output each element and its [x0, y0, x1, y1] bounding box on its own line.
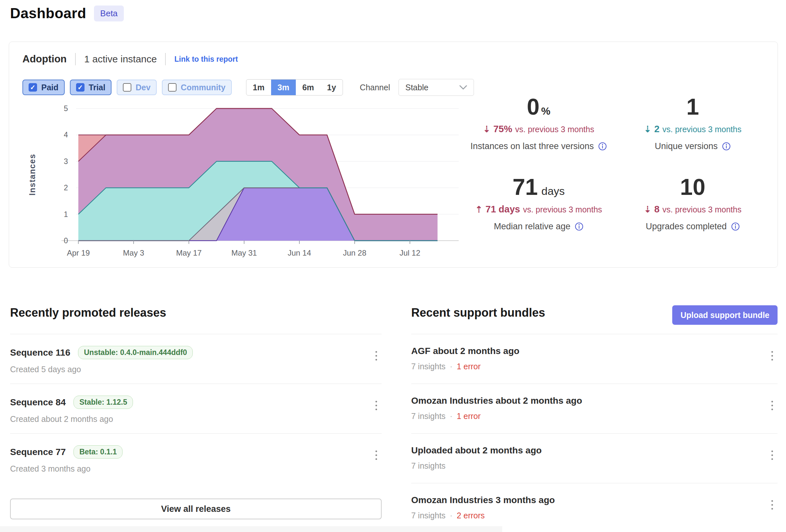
- stat-number: 10: [680, 175, 706, 200]
- stat-label: Upgrades completed: [646, 221, 740, 232]
- checkbox-unchecked-icon: [123, 83, 131, 92]
- release-created: Created about 2 months ago: [10, 414, 382, 424]
- stat-delta: ⇣75%vs. previous 3 months: [483, 124, 594, 135]
- info-icon[interactable]: [731, 222, 740, 231]
- releases-section: Recently promoted releases Sequence 116U…: [10, 305, 382, 519]
- kebab-menu-icon[interactable]: [769, 498, 775, 511]
- range-6m[interactable]: 6m: [296, 79, 321, 95]
- page-title: Dashboard: [10, 5, 86, 21]
- x-tick-label: Jul 12: [399, 248, 420, 257]
- bundle-meta: 7 insights·2 errors: [411, 511, 778, 520]
- y-tick-label: 1: [64, 210, 68, 219]
- stat-unit: days: [541, 185, 565, 197]
- stat-unique-versions: 1⇣2vs. previous 3 monthsUnique versions: [616, 95, 770, 151]
- bundle-list: AGF about 2 months ago7 insights·1 error…: [411, 334, 778, 532]
- bundle-errors: 2 errors: [457, 511, 485, 520]
- license-filter-group: ✓Paid✓TrialDevCommunity: [22, 79, 232, 95]
- bundle-row: Omozan Industries about 2 months ago7 in…: [411, 384, 778, 434]
- release-row: Sequence 77Beta: 0.1.1Created 3 months a…: [10, 434, 382, 483]
- page-header: Dashboard Beta: [10, 5, 124, 21]
- stat-label-text: Median relative age: [494, 221, 571, 232]
- info-icon[interactable]: [598, 142, 607, 151]
- time-range-toggle: 1m3m6m1y: [246, 79, 343, 96]
- release-created: Created 3 months ago: [10, 464, 382, 474]
- active-instance-count: 1 active instance: [84, 54, 157, 65]
- bundle-insights: 7 insights: [411, 411, 446, 421]
- release-version-badge: Stable: 1.12.5: [73, 395, 133, 409]
- checkbox-checked-icon: ✓: [29, 83, 37, 92]
- upload-support-bundle-button[interactable]: Upload support bundle: [672, 305, 778, 325]
- bundle-meta: 7 insights: [411, 461, 778, 470]
- filter-chip-label: Trial: [89, 83, 105, 92]
- bundles-heading: Recent support bundles: [411, 305, 545, 320]
- chevron-down-icon: [459, 85, 467, 90]
- stat-label: Median relative age: [494, 221, 583, 232]
- release-list: Sequence 116Unstable: 0.4.0-main.444ddf0…: [10, 334, 382, 483]
- release-version-badge: Unstable: 0.4.0-main.444ddf0: [78, 346, 193, 359]
- range-3m[interactable]: 3m: [271, 79, 296, 95]
- stat-unit: %: [541, 105, 550, 117]
- chart-controls: ✓Paid✓TrialDevCommunity 1m3m6m1y Channel…: [22, 79, 474, 96]
- bundle-row: AGF about 2 months ago7 insights·1 error: [411, 334, 778, 384]
- delta-value: 71 days: [486, 204, 520, 215]
- kebab-menu-icon[interactable]: [769, 349, 775, 362]
- release-title-line: Sequence 84Stable: 1.12.5: [10, 395, 382, 409]
- x-tick-label: May 3: [123, 248, 144, 257]
- y-tick-label: 4: [64, 130, 68, 139]
- bundle-title: Omozan Industries about 2 months ago: [411, 395, 778, 406]
- stat-number: 71: [513, 175, 538, 200]
- bundle-insights: 7 insights: [411, 461, 446, 470]
- stat-instances-on-last-three-versions: 0%⇣75%vs. previous 3 monthsInstances on …: [462, 95, 616, 151]
- kebab-menu-icon[interactable]: [769, 449, 775, 462]
- range-1y[interactable]: 1y: [321, 79, 343, 95]
- adoption-chart-area: 012345Apr 19May 3May 17May 31Jun 14Jun 2…: [18, 101, 470, 266]
- y-tick-label: 2: [64, 184, 68, 192]
- adoption-stats-grid: 0%⇣75%vs. previous 3 monthsInstances on …: [462, 95, 770, 232]
- delta-value: 75%: [493, 124, 512, 135]
- x-tick-label: May 31: [231, 248, 257, 257]
- stat-value: 10: [680, 175, 706, 200]
- view-all-releases-button[interactable]: View all releases: [10, 499, 382, 519]
- release-title-line: Sequence 77Beta: 0.1.1: [10, 445, 382, 459]
- channel-select[interactable]: Stable: [398, 79, 474, 96]
- y-axis-title: Instances: [28, 154, 37, 195]
- info-icon[interactable]: [722, 142, 731, 151]
- release-row: Sequence 116Unstable: 0.4.0-main.444ddf0…: [10, 334, 382, 384]
- filter-chip-dev[interactable]: Dev: [117, 79, 157, 95]
- link-to-report[interactable]: Link to this report: [174, 55, 238, 64]
- info-icon[interactable]: [575, 222, 583, 231]
- delta-caption: vs. previous 3 months: [523, 205, 602, 214]
- x-tick-label: Jun 14: [288, 248, 311, 257]
- bundle-row: Omozan Industries 3 months ago7 insights…: [411, 483, 778, 532]
- stat-value: 0%: [527, 95, 550, 120]
- filter-chip-trial[interactable]: ✓Trial: [70, 79, 112, 95]
- filter-chip-paid[interactable]: ✓Paid: [22, 79, 65, 95]
- release-name: Sequence 77: [10, 447, 66, 457]
- bundle-title: Uploaded about 2 months ago: [411, 445, 778, 456]
- kebab-menu-icon[interactable]: [373, 349, 379, 362]
- dot-separator: ·: [450, 411, 453, 421]
- bundle-row: Uploaded about 2 months ago7 insights: [411, 434, 778, 483]
- kebab-menu-icon[interactable]: [769, 399, 775, 412]
- arrow-down-icon: ⇣: [644, 124, 651, 135]
- bundle-title: AGF about 2 months ago: [411, 346, 778, 356]
- range-1m[interactable]: 1m: [247, 79, 271, 95]
- arrow-down-icon: ⇣: [483, 124, 490, 135]
- stat-label: Instances on last three versions: [470, 141, 607, 151]
- filter-chip-community[interactable]: Community: [162, 79, 232, 95]
- stat-label-text: Unique versions: [655, 141, 718, 151]
- bundle-insights: 7 insights: [411, 511, 446, 520]
- release-row: Sequence 84Stable: 1.12.5Created about 2…: [10, 384, 382, 434]
- beta-badge: Beta: [94, 5, 124, 21]
- filter-chip-label: Paid: [41, 83, 59, 92]
- y-tick-label: 0: [64, 237, 68, 245]
- arrow-up-icon: ⇡: [475, 204, 483, 215]
- kebab-menu-icon[interactable]: [373, 449, 379, 462]
- release-name: Sequence 116: [10, 347, 70, 358]
- dot-separator: ·: [450, 362, 453, 371]
- filter-chip-label: Dev: [136, 83, 151, 92]
- channel-label: Channel: [360, 83, 390, 92]
- kebab-menu-icon[interactable]: [373, 399, 379, 412]
- y-tick-label: 5: [64, 104, 68, 113]
- stat-delta: ⇣8vs. previous 3 months: [644, 204, 741, 215]
